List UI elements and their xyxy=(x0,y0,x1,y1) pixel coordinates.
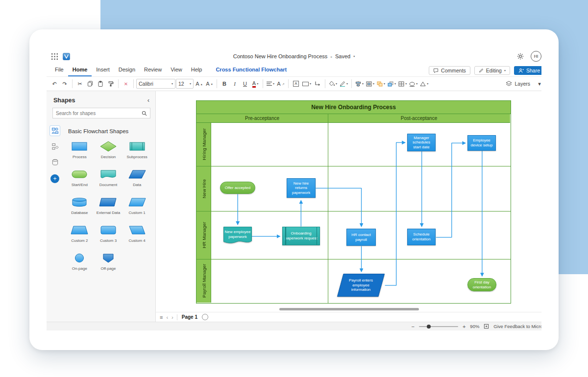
menu-file[interactable]: File xyxy=(50,64,68,76)
stencil-tab-basic-shapes[interactable] xyxy=(49,125,60,136)
stencil-shape-data[interactable]: Data xyxy=(122,169,151,187)
stencil-shape-custom-2[interactable]: Custom 2 xyxy=(65,225,94,243)
zoom-in-button[interactable]: + xyxy=(463,324,466,330)
title-chevron-icon[interactable]: ▾ xyxy=(353,55,355,58)
zoom-slider[interactable] xyxy=(419,326,458,327)
bring-forward-button[interactable]: ▾ xyxy=(387,78,397,89)
collapse-panel-button[interactable]: ‹ xyxy=(147,96,149,104)
stencil-shape-off-page[interactable]: Off-page xyxy=(94,253,123,271)
node-schedule-orientation[interactable]: Schedule orientation xyxy=(407,229,436,245)
fit-to-window-icon[interactable] xyxy=(484,324,489,329)
stencil-shape-custom-1[interactable]: Custom 1 xyxy=(122,197,151,215)
redo-button[interactable]: ↷ xyxy=(60,78,70,89)
add-stencil-button[interactable]: + xyxy=(50,174,59,183)
line-color-button[interactable]: ▾ xyxy=(339,78,349,89)
layers-button[interactable]: Layers xyxy=(502,79,534,88)
stencil-tab-containers[interactable] xyxy=(49,157,60,167)
page-list-icon[interactable]: ≡ xyxy=(160,314,163,320)
editing-mode-dropdown[interactable]: Editing ▾ xyxy=(474,66,510,75)
visio-app: Contoso New Hire Onboarding Process - Sa… xyxy=(47,49,541,330)
stencil-shape-external-data[interactable]: External Data xyxy=(94,197,123,215)
node-new-hire-returns-paperwork[interactable]: New hire returns paperwork xyxy=(287,178,316,198)
zoom-slider-thumb[interactable] xyxy=(427,325,431,329)
grow-font-button[interactable]: A▴ xyxy=(194,78,204,89)
visio-logo-icon[interactable] xyxy=(63,53,70,60)
align-shapes-button[interactable]: ▾ xyxy=(354,78,365,89)
connector[interactable] xyxy=(316,188,361,226)
text-align-button[interactable]: ▾ xyxy=(266,78,275,89)
menu-view[interactable]: View xyxy=(166,64,187,76)
ribbon-overflow-button[interactable]: ▾ xyxy=(535,78,541,89)
settings-gear-icon[interactable] xyxy=(517,53,524,60)
paste-button[interactable] xyxy=(96,78,105,89)
font-name-select[interactable]: Calibri ▾ xyxy=(136,79,175,89)
stencil-shape-process[interactable]: Process xyxy=(65,141,94,159)
shape-button[interactable]: ▾ xyxy=(301,78,312,89)
menu-home[interactable]: Home xyxy=(68,64,92,76)
node-employee-device-setup[interactable]: Employee device setup xyxy=(467,135,496,151)
share-button[interactable]: Share ▾ xyxy=(514,66,541,75)
node-payroll-enters-employee-information[interactable]: Payroll enters employee information xyxy=(337,274,385,297)
add-page-button[interactable] xyxy=(202,314,208,320)
horizontal-scrollbar[interactable] xyxy=(279,308,419,310)
footer-divider xyxy=(177,314,177,320)
triangle-shape-icon xyxy=(420,81,426,87)
font-color-button[interactable]: A▾ xyxy=(250,78,260,89)
menu-insert[interactable]: Insert xyxy=(92,64,114,76)
zoom-level[interactable]: 90% xyxy=(470,324,479,329)
stencil-shape-start-end[interactable]: Start/End xyxy=(65,169,94,187)
stencil-shape-on-page[interactable]: On-page xyxy=(65,253,94,271)
menu-design[interactable]: Design xyxy=(114,64,140,76)
position-button[interactable]: ▾ xyxy=(365,78,375,89)
autofit-text-button[interactable]: A↗ xyxy=(276,78,286,89)
chevron-down-icon: ▾ xyxy=(405,82,407,85)
stencil-shape-custom-3[interactable]: Custom 3 xyxy=(94,225,123,243)
previous-page-button[interactable]: ‹ xyxy=(166,314,168,320)
change-shape-button[interactable]: ▾ xyxy=(419,78,429,89)
stencil-shape-custom-4[interactable]: Custom 4 xyxy=(122,225,151,243)
menu-help[interactable]: Help xyxy=(187,64,207,76)
give-feedback-link[interactable]: Give Feedback to Microsoft xyxy=(493,324,541,329)
cut-button[interactable]: ✂ xyxy=(75,78,85,89)
shape-search-input[interactable] xyxy=(56,111,142,116)
stencil-shape-subprocess[interactable]: Subprocess xyxy=(122,141,151,159)
shape-effects-button[interactable]: ▾ xyxy=(408,78,418,89)
page-tab[interactable]: Page 1 xyxy=(181,314,198,320)
fill-color-button[interactable]: ▾ xyxy=(328,78,338,89)
copy-button[interactable] xyxy=(85,78,95,89)
app-launcher-waffle-icon[interactable] xyxy=(51,53,58,60)
zoom-out-button[interactable]: − xyxy=(411,324,414,330)
stencil-tab-flowchart[interactable] xyxy=(49,141,60,152)
underline-button[interactable]: U xyxy=(240,78,250,89)
comments-button[interactable]: Comments xyxy=(429,66,470,75)
italic-button[interactable]: I xyxy=(230,78,240,89)
menu-cross-functional-flowchart[interactable]: Cross Functional Flowchart xyxy=(211,64,291,76)
connector[interactable] xyxy=(385,142,405,285)
stencil-shape-database[interactable]: Database xyxy=(65,197,94,215)
delete-button[interactable]: ✕ xyxy=(121,78,131,89)
font-size-select[interactable]: 12 ▾ xyxy=(176,79,194,89)
title-separator: - xyxy=(330,53,332,59)
undo-button[interactable]: ↶ xyxy=(49,78,59,89)
group-button[interactable]: ▾ xyxy=(376,78,386,89)
account-avatar[interactable]: HI xyxy=(531,51,541,62)
text-box-button[interactable]: A xyxy=(291,78,301,89)
format-painter-button[interactable] xyxy=(106,78,116,89)
menu-review[interactable]: Review xyxy=(140,64,166,76)
bold-button[interactable]: B xyxy=(220,78,229,89)
stencil-shape-document[interactable]: Document xyxy=(94,169,123,187)
node-onboarding-paperwork-request[interactable]: Onboarding paperwork request xyxy=(282,227,320,245)
auto-align-button[interactable]: ▾ xyxy=(397,78,408,89)
drawing-canvas[interactable]: New Hire Onboarding Process Pre-acceptan… xyxy=(156,91,541,312)
connector-button[interactable] xyxy=(313,78,322,89)
node-new-employee-paperwork[interactable]: New employee paperwork xyxy=(223,227,252,245)
node-offer-accepted[interactable]: Offer accepted xyxy=(220,182,255,194)
next-page-button[interactable]: › xyxy=(172,314,173,320)
node-manager-schedules-start-date[interactable]: Manager schedules start date xyxy=(407,134,436,151)
stencil-shape-decision[interactable]: Decision xyxy=(94,141,123,159)
node-hr-contact-payroll[interactable]: HR contact payroll xyxy=(346,229,376,246)
search-icon[interactable] xyxy=(142,111,147,116)
connector[interactable] xyxy=(436,143,466,237)
node-first-day-orientation[interactable]: First day orientation xyxy=(467,278,496,291)
shrink-font-button[interactable]: A▾ xyxy=(204,78,214,89)
